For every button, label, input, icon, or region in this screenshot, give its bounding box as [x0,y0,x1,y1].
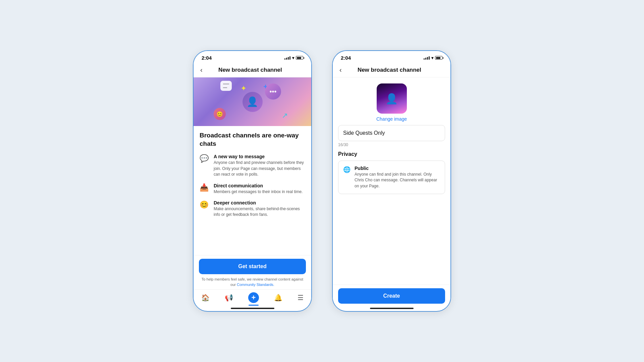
channel-person-icon: 👤 [385,93,398,105]
menu-icon: ☰ [298,294,304,302]
phones-container: 2:04 ▾ ‹ New broadcast channel [193,50,451,312]
wifi-icon-2: ▾ [431,56,433,60]
hero-center-icon: 👤 [243,92,263,112]
status-icons-1: ▾ [284,56,303,60]
nav-bar-2: ‹ New broadcast channel [333,63,450,77]
channel-image-preview[interactable]: 👤 [377,83,407,114]
content-area-1: Broadcast channels are one-way chats 💬 A… [194,126,311,255]
add-icon: + [248,292,259,303]
signal-bar [427,57,428,60]
arrow-icon: ↗ [282,111,288,120]
privacy-label: Privacy [338,151,445,157]
broadcast-icon: 📢 [225,294,233,302]
bottom-area-1: Get started To help members feel safe, w… [194,255,311,289]
smile-feature-icon: 😊 [200,200,210,209]
feature-desc-2: Members get messages to their inbox in r… [214,189,303,195]
privacy-option-desc: Anyone can find and join this channel. O… [355,172,440,189]
home-icon: 🏠 [201,294,210,302]
active-indicator [249,305,259,306]
nav-menu[interactable]: ☰ [298,294,304,302]
inbox-icon: 📥 [200,183,210,192]
battery-icon-2 [435,56,442,60]
status-icons-2: ▾ [424,56,442,60]
signal-bar [286,58,287,60]
status-time-1: 2:04 [202,55,212,61]
headline: Broadcast channels are one-way chats [200,131,305,148]
signal-bar [425,58,426,60]
privacy-option-title: Public [355,166,440,171]
feature-title-1: A new way to message [214,154,305,159]
change-image-button[interactable]: Change image [376,116,407,122]
signal-bars-1 [284,56,290,60]
channel-image-area: 👤 Change image [333,77,450,125]
bell-icon: 🔔 [274,294,282,302]
signal-bars-2 [424,56,430,60]
feature-item-1: 💬 A new way to message Anyone can find a… [200,154,305,177]
home-indicator-1 [231,308,274,309]
feature-item-3: 😊 Deeper connection Make announcements, … [200,200,305,218]
bottom-nav-1: 🏠 📢 + 🔔 ☰ [194,289,311,308]
get-started-button[interactable]: Get started [199,259,306,274]
message-icon: 💬 [200,154,210,163]
battery-fill-2 [436,57,441,59]
phone2-content: 👤 Change image 16/30 Privacy 🌐 Public An… [333,77,450,285]
feature-text-1: A new way to message Anyone can find and… [214,154,305,177]
feature-desc-1: Anyone can find and preview channels bef… [214,160,305,177]
hero-area: ✦ + ━━━━━ 👤 ••• 😊 ↗ [194,77,311,126]
nav-title-1: New broadcast channel [206,67,294,73]
create-button[interactable]: Create [338,288,445,304]
feature-desc-3: Make announcements, share behind-the-sce… [214,206,305,218]
nav-home[interactable]: 🏠 [201,294,210,302]
phone-1: 2:04 ▾ ‹ New broadcast channel [193,50,312,312]
signal-bar [284,58,285,60]
nav-title-2: New broadcast channel [345,67,434,73]
signal-bar [289,56,290,60]
status-bar-2: 2:04 ▾ [333,51,450,63]
create-button-area: Create [333,285,450,308]
person-icon: 👤 [247,96,258,107]
privacy-option-text: Public Anyone can find and join this cha… [355,166,440,189]
battery-fill [297,57,302,59]
dots-icon: ••• [269,88,276,96]
feature-title-2: Direct communication [214,183,303,188]
signal-bar [288,57,289,60]
wifi-icon: ▾ [292,56,294,60]
star-icon: ✦ [240,84,247,93]
battery-icon [296,56,303,60]
feature-text-2: Direct communication Members get message… [214,183,303,195]
status-bar-1: 2:04 ▾ [194,51,311,63]
globe-icon: 🌐 [343,166,351,173]
nav-bar-1: ‹ New broadcast channel [194,63,311,77]
channel-image-inner: 👤 [377,83,407,114]
community-standards-link[interactable]: Community Standards. [237,283,274,287]
feature-text-3: Deeper connection Make announcements, sh… [214,200,305,218]
smile-icon: 😊 [216,111,223,117]
feature-item-2: 📥 Direct communication Members get messa… [200,183,305,195]
nav-plus[interactable]: + [248,292,259,303]
back-button-1[interactable]: ‹ [200,66,203,74]
hero-chat-bubble: ••• [265,83,281,100]
home-indicator-2 [370,308,414,309]
disclaimer: To help members feel safe, we review cha… [199,277,306,287]
feature-title-3: Deeper connection [214,200,305,205]
hero-doc-bubble: ━━━━━ [220,81,232,91]
signal-bar [424,58,425,60]
status-time-2: 2:04 [341,55,351,61]
signal-bar [429,56,430,60]
hero-emoji-bubble: 😊 [214,108,226,120]
nav-broadcast[interactable]: 📢 [225,294,233,302]
char-count: 16/30 [338,142,445,147]
phone-2: 2:04 ▾ ‹ New broadcast channel [332,50,451,312]
nav-bell[interactable]: 🔔 [274,294,282,302]
back-button-2[interactable]: ‹ [339,66,342,74]
privacy-section: Privacy 🌐 Public Anyone can find and joi… [333,151,450,194]
channel-name-input[interactable] [338,125,445,141]
privacy-option-public[interactable]: 🌐 Public Anyone can find and join this c… [338,161,445,194]
